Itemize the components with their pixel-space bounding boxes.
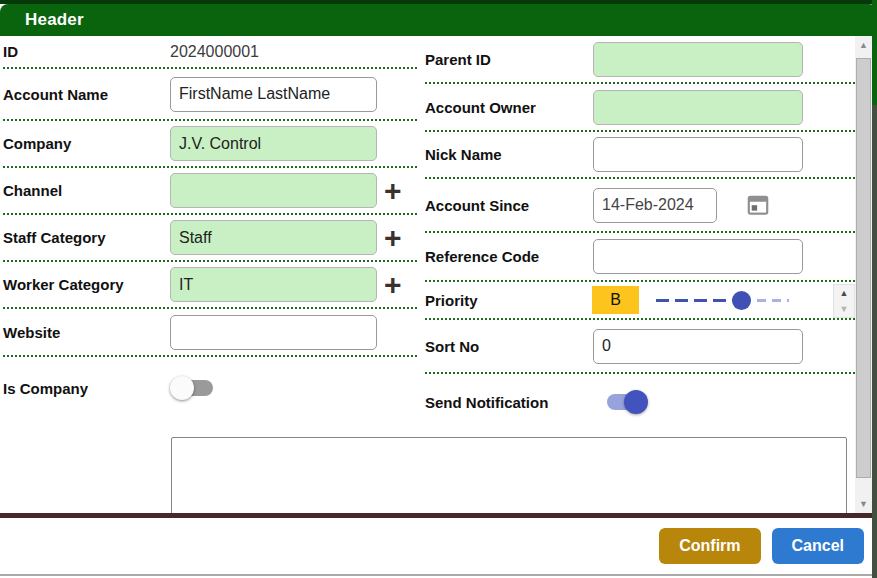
- account-since-input[interactable]: [593, 188, 717, 223]
- add-worker-category-button[interactable]: +: [384, 274, 402, 296]
- add-channel-button[interactable]: +: [384, 180, 402, 202]
- slider-track-filled: [656, 299, 742, 302]
- spinner-down-icon[interactable]: ▼: [840, 305, 849, 314]
- reference-code-input[interactable]: [593, 239, 803, 274]
- field-row-staff-category: Staff Category +: [3, 215, 417, 262]
- form-column-right: Parent ID Account Owner Nick Name Accoun…: [425, 36, 855, 430]
- field-row-priority: Priority B ▲ ▼: [425, 282, 855, 320]
- field-row-nick-name: Nick Name: [425, 132, 855, 179]
- field-row-worker-category: Worker Category +: [3, 262, 417, 309]
- field-row-send-notification: Send Notification: [425, 374, 855, 430]
- field-row-id: ID 2024000001: [3, 36, 417, 69]
- plus-icon: +: [384, 174, 402, 207]
- staff-category-label: Staff Category: [3, 229, 170, 246]
- is-company-toggle[interactable]: [170, 375, 218, 401]
- sort-no-input[interactable]: [593, 329, 803, 364]
- id-label: ID: [3, 43, 170, 60]
- priority-badge: B: [592, 286, 639, 314]
- scrollbar-thumb[interactable]: [856, 58, 871, 478]
- staff-category-input[interactable]: [170, 220, 377, 255]
- field-row-reference-code: Reference Code: [425, 233, 855, 282]
- account-name-input[interactable]: [170, 77, 377, 112]
- toggle-thumb: [170, 376, 194, 400]
- slider-thumb[interactable]: [732, 291, 751, 310]
- is-company-label: Is Company: [3, 380, 170, 397]
- send-notification-toggle[interactable]: [600, 389, 648, 415]
- modal-title: Header: [25, 10, 84, 30]
- field-row-website: Website: [3, 309, 417, 357]
- company-label: Company: [3, 135, 170, 152]
- notes-textarea[interactable]: [171, 437, 847, 515]
- field-row-account-owner: Account Owner: [425, 84, 855, 132]
- vertical-scrollbar[interactable]: ▲ ▼: [855, 36, 872, 513]
- nick-name-input[interactable]: [593, 137, 803, 172]
- priority-slider[interactable]: [656, 291, 789, 309]
- field-row-is-company: Is Company: [3, 357, 417, 419]
- toggle-thumb: [624, 390, 648, 414]
- scroll-down-icon[interactable]: ▼: [855, 495, 872, 513]
- send-notification-label: Send Notification: [425, 394, 593, 411]
- plus-icon: +: [384, 268, 402, 301]
- parent-id-label: Parent ID: [425, 51, 593, 68]
- field-row-account-name: Account Name: [3, 69, 417, 121]
- field-row-channel: Channel +: [3, 168, 417, 215]
- field-row-sort-no: Sort No: [425, 320, 855, 374]
- company-input[interactable]: [170, 126, 377, 161]
- modal-window: Header ID 2024000001 Account Name Compan…: [0, 4, 877, 578]
- account-dialog: Header ID 2024000001 Account Name Compan…: [0, 0, 877, 578]
- channel-label: Channel: [3, 182, 170, 199]
- website-label: Website: [3, 324, 170, 341]
- account-name-label: Account Name: [3, 86, 170, 103]
- account-owner-label: Account Owner: [425, 99, 593, 116]
- id-value: 2024000001: [170, 43, 259, 61]
- calendar-icon[interactable]: [745, 192, 771, 218]
- worker-category-label: Worker Category: [3, 276, 170, 293]
- modal-bottom-edge: [0, 574, 877, 576]
- website-input[interactable]: [170, 315, 377, 350]
- field-row-company: Company: [3, 121, 417, 168]
- modal-footer: Confirm Cancel: [0, 518, 877, 574]
- form-content: ID 2024000001 Account Name Company Chann…: [0, 36, 877, 513]
- worker-category-input[interactable]: [170, 267, 377, 302]
- parent-id-input[interactable]: [593, 42, 803, 77]
- plus-icon: +: [384, 221, 402, 254]
- channel-input[interactable]: [170, 173, 377, 208]
- scroll-up-icon[interactable]: ▲: [855, 36, 872, 54]
- account-owner-input[interactable]: [593, 90, 803, 125]
- add-staff-category-button[interactable]: +: [384, 227, 402, 249]
- account-since-label: Account Since: [425, 197, 593, 214]
- window-right-edge-top: [872, 0, 877, 105]
- reference-code-label: Reference Code: [425, 248, 593, 265]
- window-right-edge: [872, 0, 877, 578]
- field-row-account-since: Account Since: [425, 179, 855, 233]
- priority-spinner: ▲ ▼: [833, 284, 855, 318]
- sort-no-label: Sort No: [425, 338, 593, 355]
- modal-header: Header: [0, 4, 877, 36]
- spinner-up-icon[interactable]: ▲: [840, 289, 849, 298]
- priority-label: Priority: [425, 292, 580, 309]
- field-row-parent-id: Parent ID: [425, 36, 855, 84]
- confirm-button[interactable]: Confirm: [659, 528, 760, 564]
- form-column-left: ID 2024000001 Account Name Company Chann…: [3, 36, 417, 419]
- cancel-button[interactable]: Cancel: [772, 528, 864, 564]
- nick-name-label: Nick Name: [425, 146, 593, 163]
